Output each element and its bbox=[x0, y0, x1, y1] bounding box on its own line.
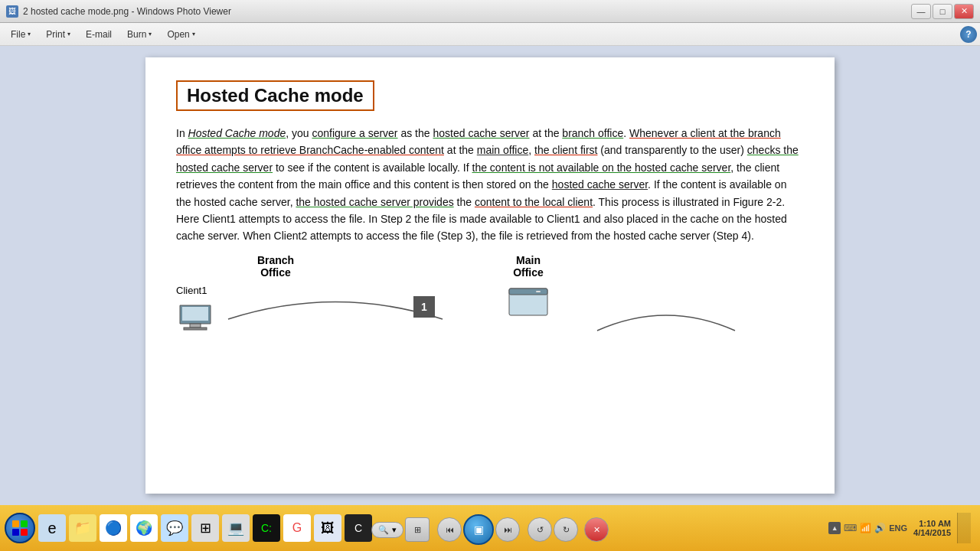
svg-rect-1 bbox=[190, 324, 201, 328]
play-button[interactable]: ▣ bbox=[463, 514, 494, 545]
next-button[interactable]: ⏭ bbox=[495, 517, 520, 542]
document-title: Hosted Cache mode bbox=[176, 80, 374, 111]
minimize-button[interactable]: — bbox=[911, 4, 931, 19]
main-office-label: MainOffice bbox=[513, 254, 544, 279]
document-body: In Hosted Cache mode, you configure a se… bbox=[176, 125, 804, 245]
taskbar-explorer[interactable]: 📁 bbox=[69, 514, 96, 542]
arc-line-2 bbox=[590, 296, 743, 334]
menu-print[interactable]: Print ▾ bbox=[38, 26, 78, 43]
menu-email[interactable]: E-mail bbox=[78, 26, 119, 43]
taskbar-store[interactable]: 💻 bbox=[222, 514, 250, 542]
media-controls: 🔍 ▾ ⊞ ⏮ ▣ ⏭ ↺ ↻ ✕ bbox=[371, 514, 609, 545]
phrase-hosted-cache-server2: hosted cache server bbox=[552, 178, 648, 191]
menu-bar: File ▾ Print ▾ E-mail Burn ▾ Open ▾ ? bbox=[0, 23, 980, 46]
taskbar-cortana[interactable]: C bbox=[345, 514, 372, 542]
client1-area: Client1 bbox=[176, 285, 450, 334]
window-controls: — □ ✕ bbox=[911, 4, 974, 19]
zoom-control[interactable]: 🔍 ▾ bbox=[371, 522, 403, 538]
phrase-main-office: main office bbox=[477, 144, 528, 156]
taskbar-chrome[interactable]: 🔵 bbox=[100, 514, 127, 542]
app-icon: 🖼 bbox=[6, 5, 18, 18]
show-desktop[interactable] bbox=[957, 513, 971, 543]
paragraph-1: In Hosted Cache mode, you configure a se… bbox=[176, 125, 804, 245]
help-button[interactable]: ? bbox=[960, 26, 977, 43]
title-bar: 🖼 2 hosted cache mode.png - Windows Phot… bbox=[0, 0, 980, 23]
taskbar-cmd[interactable]: C: bbox=[253, 514, 280, 542]
tray-keyboard-icon: ⌨ bbox=[844, 523, 857, 533]
close-button[interactable]: ✕ bbox=[954, 4, 974, 19]
maximize-button[interactable]: □ bbox=[933, 4, 952, 19]
undo-button[interactable]: ↺ bbox=[528, 517, 552, 542]
tray-icons: ▲ ⌨ 📶 🔊 ENG bbox=[828, 522, 907, 534]
svg-rect-2 bbox=[184, 328, 207, 330]
zoom-icon: 🔍 bbox=[378, 525, 389, 535]
main-office-server bbox=[505, 285, 551, 322]
menu-burn[interactable]: Burn ▾ bbox=[119, 26, 159, 43]
tray-network-icon: 📶 bbox=[860, 523, 871, 533]
prev-button[interactable]: ⏮ bbox=[437, 517, 462, 542]
term-hosted-cache-mode: Hosted Cache mode bbox=[188, 127, 286, 139]
phrase-content-local-client: content to the local client bbox=[475, 196, 593, 208]
svg-rect-3 bbox=[182, 307, 208, 321]
menu-file[interactable]: File ▾ bbox=[3, 26, 38, 43]
taskbar-ie[interactable]: e bbox=[38, 514, 66, 542]
taskbar-g[interactable]: G bbox=[283, 514, 311, 542]
taskbar-firefox[interactable]: 🌍 bbox=[130, 514, 158, 542]
start-button[interactable] bbox=[5, 513, 35, 543]
phrase-content-not-available: the content is not available on the host… bbox=[472, 161, 731, 174]
phrase-hosted-cache-provides: the hosted cache server provides bbox=[296, 196, 453, 208]
menu-open[interactable]: Open ▾ bbox=[159, 26, 202, 43]
phrase-configure-server: configure a server bbox=[312, 127, 397, 139]
phrase-client-first: the client first bbox=[534, 144, 597, 156]
phrase-branch-office: branch office bbox=[562, 127, 623, 139]
client1-computer-icon bbox=[176, 299, 214, 331]
svg-rect-5 bbox=[509, 289, 547, 295]
delete-button[interactable]: ✕ bbox=[584, 517, 609, 542]
start-area: e 📁 🔵 🌍 💬 ⊞ 💻 C: G 🖼 C bbox=[0, 505, 377, 551]
step1-box: 1 bbox=[413, 296, 435, 318]
client1-label-text: Client1 bbox=[176, 285, 214, 334]
main-office-server-icon bbox=[505, 285, 551, 319]
viewer-area: Hosted Cache mode In Hosted Cache mode, … bbox=[0, 46, 980, 505]
taskbar-photos[interactable]: 🖼 bbox=[314, 514, 341, 542]
taskbar: e 📁 🔵 🌍 💬 ⊞ 💻 C: G 🖼 C 🔍 ▾ ⊞ ⏮ ▣ ⏭ ↺ ↻ ✕… bbox=[0, 505, 980, 551]
taskbar-apps[interactable]: ⊞ bbox=[191, 514, 219, 542]
svg-rect-6 bbox=[536, 291, 541, 292]
tray-lang: ENG bbox=[889, 523, 907, 533]
branch-office-label: BranchOffice bbox=[237, 254, 314, 279]
redo-button[interactable]: ↻ bbox=[554, 517, 578, 542]
window-title: 2 hosted cache mode.png - Windows Photo … bbox=[23, 6, 231, 17]
tray-time: 1:10 AM 4/14/2015 bbox=[913, 519, 951, 537]
zoom-arrow: ▾ bbox=[392, 525, 397, 535]
main-office-section: MainOffice bbox=[505, 254, 551, 346]
diagram-area: BranchOffice Client1 bbox=[176, 254, 804, 346]
taskbar-skype[interactable]: 💬 bbox=[161, 514, 188, 542]
system-tray: ▲ ⌨ 📶 🔊 ENG 1:10 AM 4/14/2015 bbox=[819, 505, 980, 551]
fit-button[interactable]: ⊞ bbox=[405, 517, 430, 542]
tray-volume-icon: 🔊 bbox=[874, 523, 886, 533]
document-page: Hosted Cache mode In Hosted Cache mode, … bbox=[145, 57, 835, 494]
tray-icon-1: ▲ bbox=[828, 522, 841, 534]
phrase-hosted-cache-server: hosted cache server bbox=[433, 127, 529, 139]
